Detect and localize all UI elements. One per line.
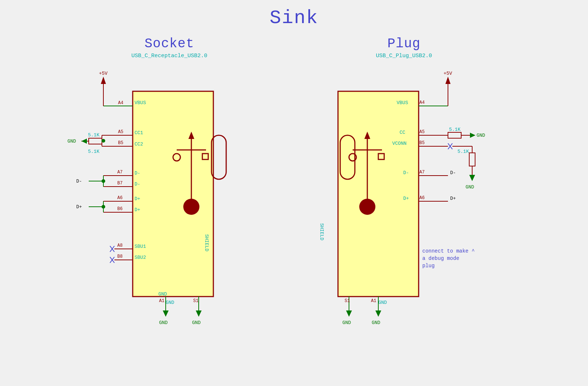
plug-dp-netlabel: D+ [450,196,456,201]
gnd-text-plug-a1: GND [372,320,381,326]
svg-point-38 [359,199,375,215]
gnd-arrow-a1 [163,310,169,317]
plug-res-51k-vconn: 5.1K [457,149,469,154]
dp-a6-pin: D+ [135,196,140,202]
gnd-arrow-cc-plug [470,133,475,138]
a1-label: A1 [159,298,164,304]
plug-b5-label: B5 [419,140,425,146]
sbu1-pin: SBU1 [135,244,146,249]
res-vconn-plug [469,153,475,166]
socket-title: Socket [144,36,194,51]
note-line3: plug [422,263,435,269]
sbu2-pin: SBU2 [135,255,146,260]
gnd-text-plug-s1: GND [342,320,351,326]
plug-gnd-vert-label: GND [378,300,387,305]
svg-marker-42 [445,77,451,84]
gnd-vert-label: GND [166,300,174,305]
junction-cc [102,139,105,143]
plug-component-label: USB_C_Plug_USB2.0 [376,53,432,59]
plug-dm-pin: D- [403,170,409,176]
socket-schematic: SHIELD GND VBUS A4 +5V CC1 A5 CC2 B5 [81,62,257,326]
plug-a4-label: A4 [419,100,425,105]
cc2-pin: CC2 [135,141,143,147]
5v-label-plug: +5V [444,71,452,76]
plug-cc-pin: CC [400,130,405,135]
gnd-arrow-plug-a1 [375,310,381,317]
a6-label: A6 [117,195,122,201]
socket-body [133,91,213,297]
plug-a5-label: A5 [419,129,425,135]
shield-label: SHIELD [204,234,209,251]
note-line2: a debug mode [422,256,459,261]
plug-a1-label: A1 [371,298,376,304]
a5-label: A5 [118,129,123,135]
gnd-text-s1: GND [192,320,201,326]
a8-label: A8 [117,243,122,248]
plug-section: Plug USB_C_Plug_USB2.0 SHIELD GND VBUS [301,36,507,326]
a7-label: A7 [117,170,122,175]
plug-title: Plug [387,36,420,51]
res-cc-plug [448,132,461,138]
socket-component-label: USB_C_Receptacle_USB2.0 [131,53,207,59]
b7-label: B7 [117,181,122,186]
socket-section: Socket USB_C_Receptacle_USB2.0 SHIELD GN… [81,36,257,326]
plug-s1-label: S1 [345,298,350,304]
a4-label: A4 [118,100,123,106]
gnd-label-cc-plug: GND [477,133,485,138]
b5-label: B5 [118,140,123,146]
res-51k-top: 5.1K [88,132,99,138]
res-51k-bot: 5.1K [88,149,99,154]
svg-marker-9 [101,77,106,84]
plug-a7-label: A7 [419,170,425,175]
plug-vconn-pin: VCONN [392,141,407,146]
gnd-text-a1: GND [159,320,168,326]
gnd-arrow-plug-s1 [346,310,352,317]
s1-label: S1 [193,298,198,304]
plug-schematic: SHIELD GND VBUS A4 +5V CC A5 5.1K GND [301,62,507,326]
page-title: Sink [0,0,588,29]
gnd-arrow-s1 [196,310,202,317]
b6-label: B6 [117,206,122,212]
plug-vbus-pin: VBUS [397,100,408,106]
gnd-label-vconn: GND [466,184,474,190]
plug-a6-label: A6 [419,195,425,201]
plug-shield-label: SHIELD [319,223,324,240]
plug-dp-pin: D+ [403,196,409,201]
cc1-pin: CC1 [135,130,143,136]
dm-b7-pin: D- [135,181,140,187]
b8-label: B8 [117,254,122,259]
dm-netlabel: D- [76,179,82,184]
dm-a7-pin: D- [135,170,140,176]
plug-body [338,91,419,297]
res-cc1 [89,138,102,144]
svg-point-5 [183,199,199,215]
gnd-arrow-cc [81,139,87,144]
dp-b6-pin: D+ [135,207,140,213]
plug-dm-netlabel: D- [450,170,456,176]
dp-netlabel: D+ [76,204,82,210]
gnd-arrow-vconn [469,175,475,181]
gnd-pin: GND [158,291,167,297]
plug-res-51k-cc: 5.1K [449,127,460,132]
gnd-label-cc: GND [67,139,76,144]
vbus-pin: VBUS [135,100,146,106]
5v-label-socket: +5V [99,71,108,76]
note-line1: connect to make ^ [422,248,475,254]
